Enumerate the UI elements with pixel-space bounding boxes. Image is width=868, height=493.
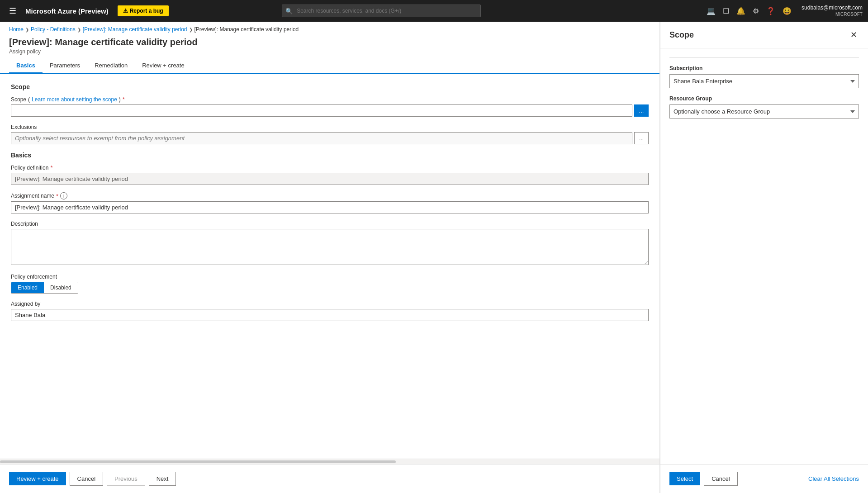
breadcrumb-policy-page[interactable]: [Preview]: Manage certificate validity p… <box>83 26 187 33</box>
bottom-bar: Review + create Cancel Previous Next <box>0 464 659 493</box>
enforcement-enabled-button[interactable]: Enabled <box>11 282 44 293</box>
search-icon: 🔍 <box>285 8 293 14</box>
main-layout: Home ❯ Policy - Definitions ❯ [Preview]:… <box>0 22 868 493</box>
policy-definition-field-group: Policy definition * <box>11 164 649 185</box>
assigned-by-input[interactable] <box>11 309 649 321</box>
subscription-select[interactable]: Shane Bala Enterprise <box>669 74 859 88</box>
help-icon[interactable]: ❓ <box>764 4 778 18</box>
enforcement-disabled-button[interactable]: Disabled <box>44 282 78 293</box>
description-textarea[interactable] <box>11 229 649 265</box>
scope-field-group: Scope (Learn more about setting the scop… <box>11 96 649 117</box>
page-header: [Preview]: Manage certificate validity p… <box>0 35 659 74</box>
breadcrumb-home[interactable]: Home <box>9 26 24 33</box>
scope-label: Scope (Learn more about setting the scop… <box>11 96 649 103</box>
tabs: Basics Parameters Remediation Review + c… <box>9 58 650 73</box>
scope-select-button[interactable]: Select <box>669 472 700 485</box>
hamburger-menu[interactable]: ☰ <box>5 6 20 16</box>
assigned-by-label: Assigned by <box>11 301 649 307</box>
scope-panel-divider <box>669 57 859 58</box>
user-info[interactable]: sudbalas@microsoft.com MICROSOFT <box>802 5 863 18</box>
breadcrumb: Home ❯ Policy - Definitions ❯ [Preview]:… <box>0 22 659 35</box>
scope-panel-title: Scope <box>669 30 694 40</box>
exclusions-input-row: ... <box>11 132 649 144</box>
scope-input[interactable] <box>11 104 632 117</box>
report-bug-button[interactable]: ⚠ Report a bug <box>118 5 169 16</box>
exclusions-ellipsis-button[interactable]: ... <box>634 132 649 144</box>
resource-group-select[interactable]: Optionally choose a Resource Group <box>669 104 859 119</box>
description-field-group: Description <box>11 221 649 266</box>
user-org: MICROSOFT <box>802 11 863 17</box>
search-input[interactable] <box>282 5 481 17</box>
scope-input-row: ... <box>11 104 649 117</box>
breadcrumb-policy-definitions[interactable]: Policy - Definitions <box>31 26 76 33</box>
breadcrumb-sep-1: ❯ <box>25 27 29 32</box>
breadcrumb-sep-2: ❯ <box>77 27 81 32</box>
tab-remediation[interactable]: Remediation <box>87 58 135 73</box>
cancel-button[interactable]: Cancel <box>70 472 103 486</box>
scope-panel-header: Scope ✕ <box>660 22 868 48</box>
policy-enforcement-label: Policy enforcement <box>11 274 649 280</box>
policy-definition-required: * <box>50 164 52 171</box>
subscription-label: Subscription <box>669 65 859 71</box>
bug-icon: ⚠ <box>123 8 128 14</box>
enforcement-toggle: Enabled Disabled <box>11 282 78 294</box>
breadcrumb-current: [Preview]: Manage certificate validity p… <box>194 26 299 33</box>
scope-required: * <box>123 96 125 103</box>
left-panel: Home ❯ Policy - Definitions ❯ [Preview]:… <box>0 22 660 493</box>
page-subtitle: Assign policy <box>9 48 650 55</box>
tab-review-create[interactable]: Review + create <box>135 58 192 73</box>
top-navigation: ☰ Microsoft Azure (Preview) ⚠ Report a b… <box>0 0 868 22</box>
settings-icon[interactable]: ⚙ <box>750 4 762 18</box>
scope-panel: Scope ✕ Subscription Shane Bala Enterpri… <box>660 22 868 493</box>
assignment-name-info-icon[interactable]: i <box>60 192 67 199</box>
content-area: Scope Scope (Learn more about setting th… <box>0 74 659 459</box>
feedback-icon[interactable]: 😀 <box>780 4 794 18</box>
assignment-name-field-group: Assignment name * i <box>11 192 649 213</box>
directory-icon[interactable]: ☐ <box>720 4 732 18</box>
next-button[interactable]: Next <box>149 472 176 486</box>
scope-learn-more-link[interactable]: Learn more about setting the scope <box>32 96 117 103</box>
description-label: Description <box>11 221 649 227</box>
cloud-shell-icon[interactable]: ️💻 <box>704 4 718 18</box>
horizontal-scrollbar[interactable] <box>0 459 659 464</box>
scope-cancel-button[interactable]: Cancel <box>704 472 737 486</box>
brand-name: Microsoft Azure (Preview) <box>25 7 109 15</box>
tab-basics[interactable]: Basics <box>9 58 43 73</box>
assigned-by-field-group: Assigned by <box>11 301 649 321</box>
basics-section-title: Basics <box>11 152 649 159</box>
exclusions-label: Exclusions <box>11 124 649 130</box>
scope-section-title: Scope <box>11 83 649 90</box>
nav-icons: ️💻 ☐ 🔔 ⚙ ❓ 😀 <box>704 4 794 18</box>
review-create-button[interactable]: Review + create <box>9 472 66 485</box>
exclusions-field-group: Exclusions ... <box>11 124 649 144</box>
scope-ellipsis-button[interactable]: ... <box>634 104 649 117</box>
notification-icon[interactable]: 🔔 <box>734 4 748 18</box>
policy-enforcement-field-group: Policy enforcement Enabled Disabled <box>11 274 649 294</box>
previous-button[interactable]: Previous <box>107 472 145 486</box>
scope-panel-content: Subscription Shane Bala Enterprise Resou… <box>660 48 868 464</box>
assignment-name-required: * <box>56 193 58 199</box>
policy-definition-label: Policy definition * <box>11 164 649 171</box>
clear-all-button[interactable]: Clear All Selections <box>808 472 859 485</box>
scrollbar-thumb <box>0 460 396 463</box>
breadcrumb-sep-3: ❯ <box>189 27 193 32</box>
resource-group-label: Resource Group <box>669 95 859 102</box>
exclusions-input[interactable] <box>11 132 632 144</box>
scope-panel-footer: Select Cancel Clear All Selections <box>660 464 868 493</box>
tab-parameters[interactable]: Parameters <box>43 58 87 73</box>
page-title: [Preview]: Manage certificate validity p… <box>9 37 650 47</box>
policy-definition-input <box>11 173 649 185</box>
assignment-name-label: Assignment name * i <box>11 192 649 199</box>
user-email: sudbalas@microsoft.com <box>802 5 863 12</box>
search-box: 🔍 <box>282 5 481 17</box>
scope-panel-close-button[interactable]: ✕ <box>849 28 859 42</box>
assignment-name-input[interactable] <box>11 201 649 213</box>
